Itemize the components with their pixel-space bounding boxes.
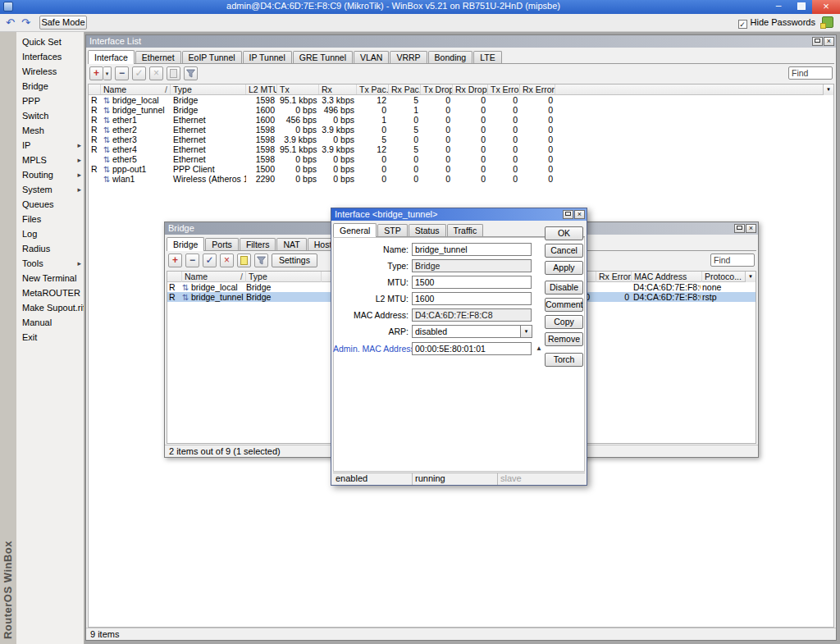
sidebar-item-ppp[interactable]: PPP xyxy=(16,94,84,108)
add-button[interactable]: + xyxy=(168,253,182,267)
remove-button[interactable]: − xyxy=(115,66,129,80)
table-row[interactable]: R⇅ether2Ethernet15980 bps3.9 kbps050000 xyxy=(89,125,833,135)
mtu-field[interactable] xyxy=(412,276,532,289)
torch-button[interactable]: Torch xyxy=(545,353,583,367)
column-select-button[interactable]: ▾ xyxy=(823,84,833,95)
ok-button[interactable]: OK xyxy=(545,226,583,240)
maximize-button[interactable] xyxy=(791,0,812,14)
interface-list-titlebar[interactable]: Interface List × xyxy=(86,35,836,48)
sidebar-item-queues[interactable]: Queues xyxy=(16,197,84,212)
comment-button[interactable] xyxy=(167,66,180,80)
type-field[interactable] xyxy=(412,259,532,272)
sidebar-item-new-terminal[interactable]: New Terminal xyxy=(16,271,84,285)
sidebar-item-system[interactable]: System▸ xyxy=(16,182,84,197)
tab-lte[interactable]: LTE xyxy=(473,51,501,63)
sidebar-item-metarouter[interactable]: MetaROUTER xyxy=(16,285,84,300)
sidebar-item-log[interactable]: Log xyxy=(16,226,84,241)
admin-mac-field[interactable] xyxy=(412,342,532,355)
add-dropdown-icon[interactable]: ▾ xyxy=(103,66,112,80)
copy-button[interactable]: Copy xyxy=(545,315,583,329)
protocol-column-header[interactable]: Protoco... xyxy=(702,272,746,282)
tab-traffic[interactable]: Traffic xyxy=(447,224,484,236)
tx-column-header[interactable]: Tx xyxy=(277,84,319,94)
sidebar-item-manual[interactable]: Manual xyxy=(16,315,84,330)
sidebar-item-ip[interactable]: IP▸ xyxy=(16,138,84,153)
tab-stp[interactable]: STP xyxy=(377,224,407,236)
sidebar-item-make-supout[interactable]: Make Supout.rif xyxy=(16,300,84,315)
enable-button[interactable]: ✓ xyxy=(132,66,146,80)
tab-bridge[interactable]: Bridge xyxy=(167,237,204,251)
app-titlebar[interactable]: admin@D4:CA:6D:7E:F8:C9 (MikroTik) - Win… xyxy=(0,0,840,14)
sidebar-item-files[interactable]: Files xyxy=(16,212,84,226)
rx-drops-column-header[interactable]: Rx Drops xyxy=(453,84,488,94)
filter-button[interactable] xyxy=(184,66,198,80)
table-row[interactable]: R⇅ether3Ethernet15983.9 kbps0 bps500000 xyxy=(89,135,833,144)
comment-button[interactable]: Comment xyxy=(545,298,583,312)
table-row[interactable]: R⇅bridge_tunnelBridge16000 bps496 bps010… xyxy=(89,105,833,115)
tab-ports[interactable]: Ports xyxy=(205,238,239,250)
arp-select[interactable] xyxy=(412,325,521,338)
settings-button[interactable]: Settings xyxy=(272,253,317,267)
tab-filters[interactable]: Filters xyxy=(240,238,276,250)
l2mtu-field[interactable] xyxy=(412,292,532,305)
table-row[interactable]: R⇅ether4Ethernet159895.1 kbps3.9 kbps125… xyxy=(89,144,833,154)
disable-button[interactable]: × xyxy=(149,66,163,80)
undo-button[interactable]: ↶ xyxy=(3,16,17,30)
maximize-icon[interactable] xyxy=(563,210,573,219)
enable-button[interactable]: ✓ xyxy=(203,253,217,267)
tab-ethernet[interactable]: Ethernet xyxy=(135,51,181,63)
tx-drops-column-header[interactable]: Tx Drops xyxy=(421,84,453,94)
remove-button[interactable]: − xyxy=(185,253,199,267)
collapse-field-icon[interactable]: ▲ xyxy=(536,342,542,355)
tab-bonding[interactable]: Bonding xyxy=(428,51,473,63)
sidebar-item-switch[interactable]: Switch xyxy=(16,108,84,123)
tab-vrrp[interactable]: VRRP xyxy=(390,51,427,63)
tab-eoip-tunnel[interactable]: EoIP Tunnel xyxy=(182,51,242,63)
tx-errors-column-header[interactable]: Tx Errors xyxy=(488,84,520,94)
find-input[interactable] xyxy=(788,66,833,80)
table-row[interactable]: R⇅ether1Ethernet1600456 bps0 bps100000 xyxy=(89,115,833,125)
tab-interface[interactable]: Interface xyxy=(88,50,135,64)
dialog-titlebar[interactable]: Interface <bridge_tunnel> × xyxy=(331,208,587,221)
close-icon[interactable]: × xyxy=(746,224,756,233)
filter-button[interactable] xyxy=(254,253,268,267)
sidebar-item-interfaces[interactable]: Interfaces xyxy=(16,49,84,64)
close-icon[interactable]: × xyxy=(574,210,585,219)
tab-status[interactable]: Status xyxy=(409,224,446,236)
rx-errors-column-header[interactable]: Rx Errors xyxy=(596,272,632,282)
sidebar-item-mesh[interactable]: Mesh xyxy=(16,123,84,138)
close-button[interactable]: × xyxy=(812,0,840,14)
redo-button[interactable]: ↷ xyxy=(19,16,33,30)
find-input[interactable] xyxy=(710,253,755,267)
tx-packet-column-header[interactable]: Tx Pac... xyxy=(357,84,389,94)
table-row[interactable]: ⇅ether5Ethernet15980 bps0 bps000000 xyxy=(89,154,833,164)
sidebar-item-exit[interactable]: Exit xyxy=(16,330,84,345)
type-column-header[interactable]: Type xyxy=(171,84,246,94)
apply-button[interactable]: Apply xyxy=(545,261,583,275)
flag-column-header[interactable] xyxy=(89,84,101,94)
table-row[interactable]: R⇅bridge_localBridge159895.1 kbps3.3 kbp… xyxy=(89,95,833,105)
sidebar-item-mpls[interactable]: MPLS▸ xyxy=(16,153,84,167)
name-column-header[interactable]: Name/ xyxy=(101,84,171,94)
sidebar-item-tools[interactable]: Tools▸ xyxy=(16,256,84,271)
name-field[interactable] xyxy=(412,243,532,256)
l2mtu-column-header[interactable]: L2 MTU xyxy=(246,84,277,94)
disable-button[interactable]: Disable xyxy=(545,281,583,295)
sidebar-item-routing[interactable]: Routing▸ xyxy=(16,167,84,182)
disable-button[interactable]: × xyxy=(220,253,234,267)
table-row[interactable]: ⇅wlan1Wireless (Atheros 11N)22900 bps0 b… xyxy=(89,174,833,184)
sidebar-item-wireless[interactable]: Wireless xyxy=(16,64,84,79)
column-select-button[interactable]: ▾ xyxy=(745,272,756,282)
minimize-button[interactable]: – xyxy=(768,0,789,14)
cancel-button[interactable]: Cancel xyxy=(545,244,583,258)
tab-gre-tunnel[interactable]: GRE Tunnel xyxy=(293,51,353,63)
sidebar-item-radius[interactable]: Radius xyxy=(16,241,84,256)
comment-button[interactable] xyxy=(237,253,251,267)
tab-ip-tunnel[interactable]: IP Tunnel xyxy=(243,51,292,63)
arp-dropdown-button[interactable]: ▾ xyxy=(521,325,532,338)
remove-button[interactable]: Remove xyxy=(545,332,583,346)
tab-general[interactable]: General xyxy=(333,223,377,237)
tab-vlan[interactable]: VLAN xyxy=(354,51,389,63)
hide-passwords-toggle[interactable]: ✓Hide Passwords xyxy=(738,17,815,29)
sidebar-item-bridge[interactable]: Bridge xyxy=(16,79,84,94)
